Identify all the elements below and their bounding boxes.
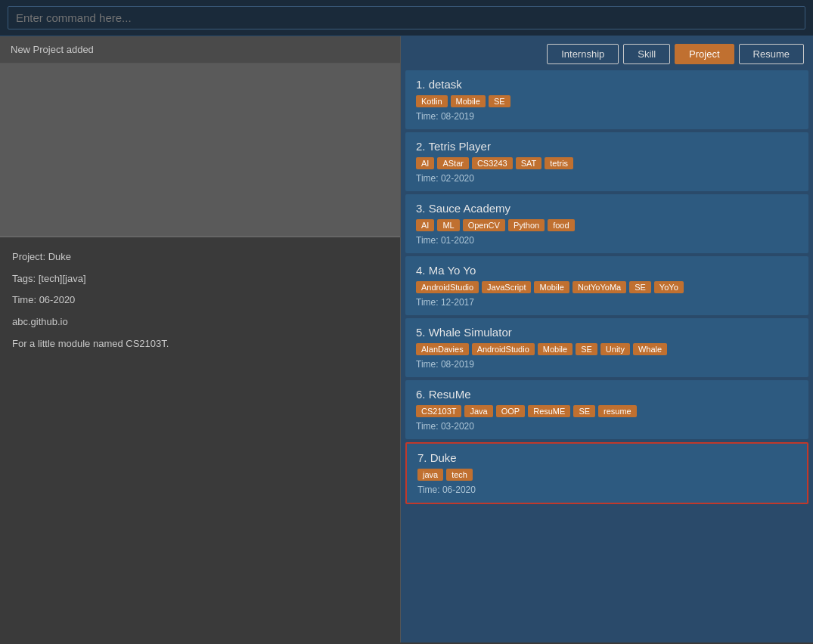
project-time-4: Time: 12-2017 [416,297,798,308]
notification-text: New Project added [11,44,94,55]
tag-notyoyoma: NotYoYoMa [573,281,626,293]
tag-unity: Unity [600,343,630,355]
tag-mobile: Mobile [534,281,569,293]
project-time-2: Time: 02-2020 [416,173,798,184]
tag-java: Java [464,405,492,417]
tag-yoyo: YoYo [654,281,684,293]
project-time-7: Time: 06-2020 [417,485,796,495]
main-layout: New Project added Project: Duke Tags: [t… [0,36,813,642]
tag-mobile: Mobile [451,95,486,107]
tag-food: food [548,219,574,231]
tag-python: Python [508,219,545,231]
detail-tags: Tags: [tech][java] [12,270,388,289]
tag-javascript: JavaScript [482,281,531,293]
tag-cs2103t: CS2103T [416,405,461,417]
project-title-2: 2. Tetris Player [416,140,798,153]
tag-mobile: Mobile [538,343,573,355]
project-item-6[interactable]: 6. ResuMeCS2103TJavaOOPResuMESEresumeTim… [405,380,808,439]
project-time-6: Time: 03-2020 [416,421,798,432]
project-title-3: 3. Sauce Academy [416,202,798,215]
detail-url: abc.github.io [12,313,388,332]
tag-ml: ML [437,219,459,231]
project-item-4[interactable]: 4. Ma Yo YoAndroidStudioJavaScriptMobile… [405,256,808,315]
tag-whale: Whale [633,343,667,355]
left-panel: New Project added Project: Duke Tags: [t… [0,36,401,642]
tag-opencv: OpenCV [463,219,505,231]
tag-androidstudio: AndroidStudio [472,343,535,355]
project-time-3: Time: 01-2020 [416,235,798,246]
project-title-7: 7. Duke [417,451,796,464]
project-title-4: 4. Ma Yo Yo [416,264,798,277]
detail-description: For a little module named CS2103T. [12,335,388,354]
detail-project: Project: Duke [12,248,388,267]
tab-bar: InternshipSkillProjectResume [401,36,813,70]
project-item-7[interactable]: 7. DukejavatechTime: 06-2020 [405,442,808,504]
tags-row-2: AIAStarCS3243SATtetris [416,157,798,169]
project-time-1: Time: 08-2019 [416,111,798,122]
tag-se: SE [629,281,651,293]
tag-resume: ResuME [528,405,570,417]
tags-row-4: AndroidStudioJavaScriptMobileNotYoYoMaSE… [416,281,798,293]
project-item-5[interactable]: 5. Whale SimulatorAlanDaviesAndroidStudi… [405,318,808,377]
command-bar [0,0,813,36]
detail-time: Time: 06-2020 [12,291,388,310]
tags-row-6: CS2103TJavaOOPResuMESEresume [416,405,798,417]
tag-ai: AI [416,157,434,169]
tag-oop: OOP [496,405,525,417]
tag-astar: AStar [437,157,469,169]
tab-skill[interactable]: Skill [623,44,670,64]
project-time-5: Time: 08-2019 [416,359,798,370]
project-item-1[interactable]: 1. detaskKotlinMobileSETime: 08-2019 [405,70,808,129]
tag-se: SE [576,343,597,355]
details-area: Project: Duke Tags: [tech][java] Time: 0… [0,237,400,367]
tags-row-7: javatech [417,469,796,481]
project-title-1: 1. detask [416,78,798,91]
tag-sat: SAT [516,157,542,169]
project-item-2[interactable]: 2. Tetris PlayerAIAStarCS3243SATtetrisTi… [405,132,808,191]
tag-tech: tech [446,469,473,481]
command-input[interactable] [8,6,805,29]
project-item-3[interactable]: 3. Sauce AcademyAIMLOpenCVPythonfoodTime… [405,194,808,253]
tags-row-1: KotlinMobileSE [416,95,798,107]
tag-tetris: tetris [545,157,573,169]
tag-resume: resume [598,405,637,417]
preview-area [0,63,400,237]
project-list: 1. detaskKotlinMobileSETime: 08-20192. T… [401,70,813,642]
project-title-6: 6. ResuMe [416,388,798,401]
tag-kotlin: Kotlin [416,95,448,107]
tag-alandavies: AlanDavies [416,343,469,355]
tab-project[interactable]: Project [675,44,734,64]
tab-internship[interactable]: Internship [547,44,619,64]
right-panel: InternshipSkillProjectResume 1. detaskKo… [401,36,813,642]
tags-row-5: AlanDaviesAndroidStudioMobileSEUnityWhal… [416,343,798,355]
tag-se: SE [489,95,510,107]
tag-ai: AI [416,219,434,231]
tag-se: SE [573,405,595,417]
project-title-5: 5. Whale Simulator [416,326,798,339]
notification-bar: New Project added [0,36,400,63]
tags-row-3: AIMLOpenCVPythonfood [416,219,798,231]
tag-java: java [417,469,443,481]
tag-androidstudio: AndroidStudio [416,281,479,293]
tab-resume[interactable]: Resume [739,44,804,64]
tag-cs3243: CS3243 [472,157,513,169]
